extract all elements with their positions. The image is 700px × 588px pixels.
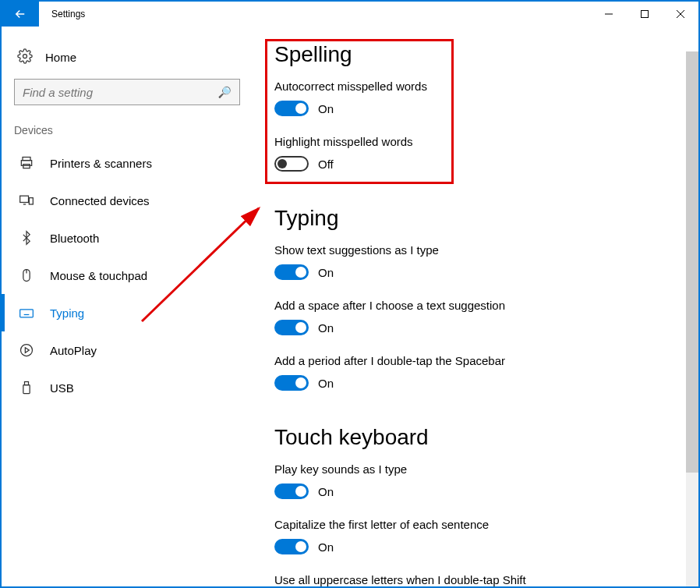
setting-highlight: Highlight misspelled words Off — [274, 135, 675, 172]
sidebar: Home 🔍 Devices Printers & scanners Conne… — [2, 27, 251, 586]
section-title-spelling: Spelling — [274, 42, 675, 67]
keyboard-icon — [19, 305, 34, 321]
titlebar: Settings — [2, 2, 698, 27]
setting-addperiod: Add a period after I double-tap the Spac… — [274, 354, 675, 391]
search-input[interactable] — [23, 86, 218, 99]
sidebar-item-label: Bluetooth — [50, 232, 99, 245]
gear-icon — [17, 48, 33, 66]
svg-rect-0 — [642, 11, 649, 18]
close-button[interactable] — [663, 2, 698, 27]
section-title-typing: Typing — [274, 206, 675, 231]
devices-icon — [19, 193, 34, 208]
sidebar-home[interactable]: Home — [14, 42, 251, 79]
svg-point-1 — [23, 55, 27, 58]
sidebar-category: Devices — [14, 121, 251, 144]
sidebar-item-bluetooth[interactable]: Bluetooth — [14, 219, 251, 257]
toggle-state: On — [318, 485, 334, 498]
setting-capitalize: Capitalize the first letter of each sent… — [274, 518, 675, 554]
toggle-state: On — [318, 266, 334, 279]
sidebar-item-typing[interactable]: Typing — [14, 294, 251, 331]
svg-rect-5 — [20, 196, 29, 202]
toggle-row: On — [274, 539, 675, 554]
toggle-state: On — [318, 377, 334, 390]
maximize-icon — [640, 9, 649, 19]
svg-rect-4 — [23, 165, 30, 168]
toggle-autocorrect[interactable] — [274, 101, 309, 116]
toggle-row: Off — [274, 156, 675, 172]
setting-label: Highlight misspelled words — [274, 135, 675, 148]
mouse-icon — [19, 267, 34, 283]
toggle-capitalize[interactable] — [274, 539, 309, 554]
toggle-state: On — [318, 321, 334, 335]
back-button[interactable] — [2, 2, 39, 27]
sidebar-item-label: USB — [50, 381, 74, 395]
svg-rect-8 — [20, 310, 34, 317]
sidebar-home-label: Home — [45, 51, 76, 64]
svg-rect-6 — [29, 198, 33, 204]
toggle-state: On — [318, 540, 334, 554]
setting-addspace: Add a space after I choose a text sugges… — [274, 299, 675, 335]
toggle-highlight[interactable] — [274, 156, 309, 172]
sidebar-item-connected[interactable]: Connected devices — [14, 182, 251, 219]
toggle-row: On — [274, 264, 675, 280]
sidebar-item-label: Typing — [50, 306, 84, 320]
toggle-suggestions[interactable] — [274, 264, 309, 280]
sidebar-item-label: Connected devices — [50, 194, 150, 207]
toggle-row: On — [274, 375, 675, 391]
setting-autocorrect: Autocorrect misspelled words On — [274, 80, 675, 116]
toggle-state: On — [318, 102, 334, 115]
toggle-row: On — [274, 484, 675, 499]
toggle-addperiod[interactable] — [274, 375, 309, 391]
svg-rect-11 — [23, 385, 30, 394]
setting-label: Use all uppercase letters when I double-… — [274, 573, 675, 586]
toggle-keysounds[interactable] — [274, 484, 309, 499]
setting-label: Add a period after I double-tap the Spac… — [274, 354, 675, 367]
sidebar-item-usb[interactable]: USB — [14, 369, 251, 406]
content-area: Home 🔍 Devices Printers & scanners Conne… — [2, 27, 698, 586]
usb-icon — [19, 380, 34, 395]
printer-icon — [19, 155, 34, 171]
sidebar-item-label: AutoPlay — [50, 344, 97, 357]
window-controls — [591, 2, 698, 27]
settings-window: Settings Home 🔍 Devices Printers & scann… — [0, 0, 700, 588]
toggle-addspace[interactable] — [274, 320, 309, 335]
toggle-row: On — [274, 320, 675, 335]
search-icon: 🔍 — [218, 86, 232, 98]
minimize-button[interactable] — [591, 2, 627, 27]
scroll-thumb[interactable] — [686, 51, 698, 473]
setting-label: Play key sounds as I type — [274, 462, 675, 476]
setting-label: Show text suggestions as I type — [274, 243, 675, 257]
svg-rect-10 — [25, 382, 29, 385]
autoplay-icon — [19, 342, 34, 358]
sidebar-item-printers[interactable]: Printers & scanners — [14, 144, 251, 182]
toggle-row: On — [274, 101, 675, 116]
section-title-touch: Touch keyboard — [274, 425, 675, 450]
arrow-left-icon — [13, 7, 27, 21]
toggle-state: Off — [318, 158, 334, 171]
setting-label: Autocorrect misspelled words — [274, 80, 675, 93]
sidebar-item-label: Printers & scanners — [50, 157, 152, 170]
maximize-button[interactable] — [627, 2, 663, 27]
sidebar-item-label: Mouse & touchpad — [50, 269, 147, 282]
sidebar-item-autoplay[interactable]: AutoPlay — [14, 331, 251, 369]
setting-keysounds: Play key sounds as I type On — [274, 462, 675, 499]
setting-suggestions: Show text suggestions as I type On — [274, 243, 675, 280]
sidebar-item-mouse[interactable]: Mouse & touchpad — [14, 257, 251, 294]
search-box[interactable]: 🔍 — [14, 79, 240, 105]
setting-label: Add a space after I choose a text sugges… — [274, 299, 675, 312]
scrollbar[interactable] — [686, 51, 698, 586]
minimize-icon — [604, 9, 613, 19]
close-icon — [676, 9, 685, 19]
main-panel: Spelling Autocorrect misspelled words On… — [251, 27, 698, 586]
bluetooth-icon — [19, 230, 34, 246]
window-title: Settings — [39, 2, 591, 27]
setting-uppercase: Use all uppercase letters when I double-… — [274, 573, 675, 586]
setting-label: Capitalize the first letter of each sent… — [274, 518, 675, 531]
svg-point-9 — [21, 345, 33, 356]
